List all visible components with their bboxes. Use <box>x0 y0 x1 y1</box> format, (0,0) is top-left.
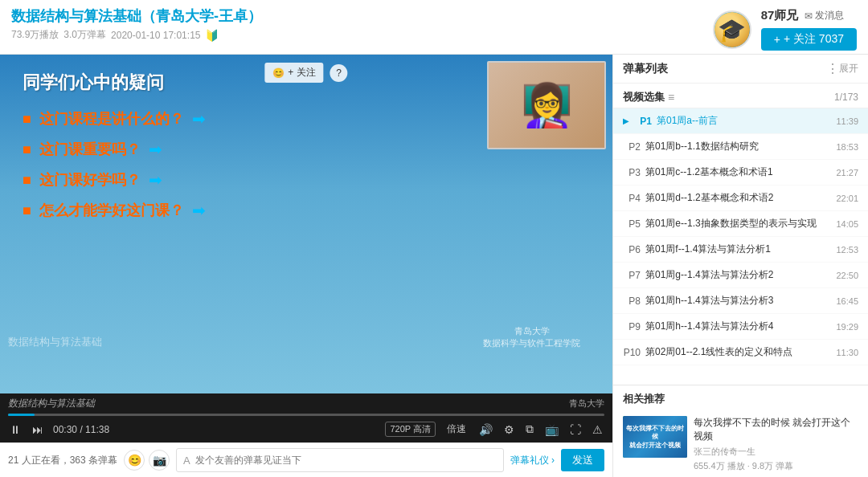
top-left: 数据结构与算法基础（青岛大学-王卓） 73.9万播放 3.0万弹幕 2020-0… <box>11 6 697 42</box>
video-meta: 73.9万播放 3.0万弹幕 2020-01-10 17:01:15 🔰 <box>11 28 697 42</box>
department-name: 数据科学与软件工程学院 <box>483 337 580 349</box>
related-title-1: 每次我撑不下去的时候 就会打开这个视频 <box>694 416 858 443</box>
related-thumb-text: 每次我撑不下去的时候 就会打开这个视频 <box>623 416 687 458</box>
quality-button[interactable]: 720P 高清 <box>385 422 436 437</box>
top-bar: 数据结构与算法基础（青岛大学-王卓） 73.9万播放 3.0万弹幕 2020-0… <box>0 0 868 55</box>
related-thumb-1: 每次我撑不下去的时候 就会打开这个视频 <box>623 416 687 458</box>
content-area: 同学们心中的疑问 ■ 这门课程是讲什么的？ ➡ ■ 这门课重要吗？ ➡ ■ 这门… <box>0 55 868 477</box>
danmaku-count: 3.0万弹幕 <box>63 28 106 42</box>
comment-icon: A <box>183 455 190 467</box>
settings-button[interactable]: ⚙ <box>502 422 516 438</box>
video-help-button[interactable]: ? <box>330 64 348 82</box>
item-name: 第01周g--1.4算法与算法分析2 <box>645 268 831 282</box>
related-info-1: 每次我撑不下去的时候 就会打开这个视频 张三的传奇一生 655.4万 播放 · … <box>694 416 858 472</box>
slide-heading: 同学们心中的疑问 <box>23 71 460 95</box>
comment-input[interactable] <box>195 455 497 466</box>
fullscreen-button[interactable]: ⛶ <box>568 422 583 438</box>
pip-icon: ⧉ <box>526 422 534 436</box>
related-stats-1: 655.4万 播放 · 9.8万 弹幕 <box>694 460 858 472</box>
bullet-icon-3: ■ <box>23 172 31 189</box>
video-follow-overlay: 😊 + 关注 ? <box>264 63 347 83</box>
item-num: P10 <box>623 347 641 358</box>
playlist-item[interactable]: P3 第01周c--1.2基本概念和术语1 21:27 <box>613 160 868 186</box>
danmaku-menu-icon[interactable]: ⋮ <box>826 61 839 76</box>
video-controls: ⏸ ⏭ 00:30 / 11:38 720P 高清 倍 <box>0 414 612 442</box>
mail-icon: ✉ <box>805 10 813 22</box>
playlist-item[interactable]: P2 第01周b--1.1数据结构研究 18:53 <box>613 134 868 160</box>
plus-icon: + <box>774 33 780 46</box>
controls-row: ⏸ ⏭ 00:30 / 11:38 720P 高清 倍 <box>8 421 604 438</box>
related-item-1[interactable]: 每次我撑不下去的时候 就会打开这个视频 每次我撑不下去的时候 就会打开这个视频 … <box>613 411 868 477</box>
views-count: 73.9万播放 <box>11 28 59 42</box>
bullet-icon-2: ■ <box>23 141 31 158</box>
bullet-icon-4: ■ <box>23 202 31 219</box>
expand-button[interactable]: 展开 <box>839 62 858 75</box>
arrow-icon-3: ➡ <box>149 170 162 190</box>
item-name: 第01周a--前言 <box>657 114 831 128</box>
emoji-button-1[interactable]: 😊 <box>124 450 145 471</box>
item-num: P8 <box>623 296 641 307</box>
speed-button[interactable]: 倍速 <box>444 422 469 436</box>
username: 87师兄 <box>761 8 799 23</box>
playlist-item[interactable]: P7 第01周g--1.4算法与算法分析2 22:50 <box>613 263 868 288</box>
main-wrapper: 数据结构与算法基础（青岛大学-王卓） 73.9万播放 3.0万弹幕 2020-0… <box>0 0 868 477</box>
item-name: 第01周h--1.4算法与算法分析4 <box>645 320 831 333</box>
warn-button[interactable]: ⚠ <box>591 422 604 438</box>
volume-button[interactable]: 🔊 <box>477 422 494 438</box>
user-name-row: 87师兄 ✉ 发消息 <box>761 8 857 23</box>
next-icon: ⏭ <box>32 423 43 436</box>
item-name: 第01周h--1.4算法与算法分析3 <box>645 294 831 308</box>
video-follow-button[interactable]: 😊 + 关注 <box>264 63 323 83</box>
help-label: ? <box>336 67 342 79</box>
playlist-item[interactable]: P5 第01周e--1.3抽象数据类型的表示与实现 14:05 <box>613 211 868 237</box>
follow-button[interactable]: + + 关注 7037 <box>761 28 857 51</box>
danmaku-title: 弹幕列表 <box>623 62 821 76</box>
related-uploader-1: 张三的传奇一生 <box>694 446 858 458</box>
item-duration: 18:53 <box>836 142 858 152</box>
slide-item-4: ■ 怎么才能学好这门课？ ➡ <box>23 201 460 220</box>
progress-bar[interactable] <box>8 414 604 416</box>
pause-icon: ⏸ <box>10 423 21 436</box>
gift-link[interactable]: 弹幕礼仪 › <box>510 454 555 467</box>
slide-question-2: 这门课重要吗？ <box>39 140 141 159</box>
next-button[interactable]: ⏭ <box>31 422 45 438</box>
emoji-button-2[interactable]: 📷 <box>149 450 170 471</box>
item-num: P3 <box>623 167 641 178</box>
comment-bar: 21 人正在看，363 条弹幕 😊 📷 A 弹幕礼仪 › 发送 <box>0 442 612 477</box>
playlist-item[interactable]: P4 第01周d--1.2基本概念和术语2 22:01 <box>613 186 868 211</box>
item-duration: 22:01 <box>836 194 858 203</box>
video-area[interactable]: 同学们心中的疑问 ■ 这门课程是讲什么的？ ➡ ■ 这门课重要吗？ ➡ ■ 这门… <box>0 55 612 393</box>
volume-icon: 🔊 <box>479 423 493 436</box>
page-title: 数据结构与算法基础（青岛大学-王卓） <box>11 6 697 26</box>
message-button[interactable]: ✉ 发消息 <box>805 9 844 22</box>
info-university: 青岛大学 <box>569 398 604 410</box>
item-name: 第01周d--1.2基本概念和术语2 <box>645 191 831 205</box>
item-duration: 14:05 <box>836 219 858 229</box>
item-name: 第01周c--1.2基本概念和术语1 <box>645 165 831 179</box>
cast-button[interactable]: 📺 <box>543 422 560 438</box>
comment-input-area: A <box>176 448 504 472</box>
arrow-icon-4: ➡ <box>192 201 206 220</box>
publish-date: 2020-01-10 17:01:15 <box>111 30 200 41</box>
thumb-line-1: 每次我撑不下去的时候 <box>626 425 684 442</box>
playlist-item[interactable]: P10 第02周01--2.1线性表的定义和特点 11:30 <box>613 340 868 365</box>
pip-button[interactable]: ⧉ <box>524 421 535 438</box>
right-panel: 弹幕列表 ⋮ 展开 视频选集 ≡ 1/173 ▶ P1 第01周a--前言 11… <box>612 55 868 477</box>
playlist-title: 视频选集 ≡ <box>623 90 834 104</box>
play-icon: ▶ <box>623 116 629 125</box>
playlist-item[interactable]: P6 第01周f--1.4算法与算法分析1 12:53 <box>613 237 868 263</box>
pause-button[interactable]: ⏸ <box>8 422 23 438</box>
slide-question-4: 怎么才能学好这门课？ <box>39 201 184 220</box>
message-label: 发消息 <box>815 9 844 22</box>
follow-label: + 关注 7037 <box>784 32 844 47</box>
item-num: P9 <box>623 321 641 332</box>
playlist-item[interactable]: P8 第01周h--1.4算法与算法分析3 16:45 <box>613 288 868 314</box>
playlist-list-icon: ≡ <box>668 91 674 104</box>
playlist-item[interactable]: ▶ P1 第01周a--前言 11:39 <box>613 108 868 134</box>
university-name: 青岛大学 <box>483 325 580 337</box>
left-panel: 同学们心中的疑问 ■ 这门课程是讲什么的？ ➡ ■ 这门课重要吗？ ➡ ■ 这门… <box>0 55 612 477</box>
thumb-line-2: 就会打开这个视频 <box>626 442 684 450</box>
slide-item-1: ■ 这门课程是讲什么的？ ➡ <box>23 109 460 128</box>
playlist-item[interactable]: P9 第01周h--1.4算法与算法分析4 19:29 <box>613 314 868 340</box>
send-button[interactable]: 发送 <box>561 449 604 471</box>
